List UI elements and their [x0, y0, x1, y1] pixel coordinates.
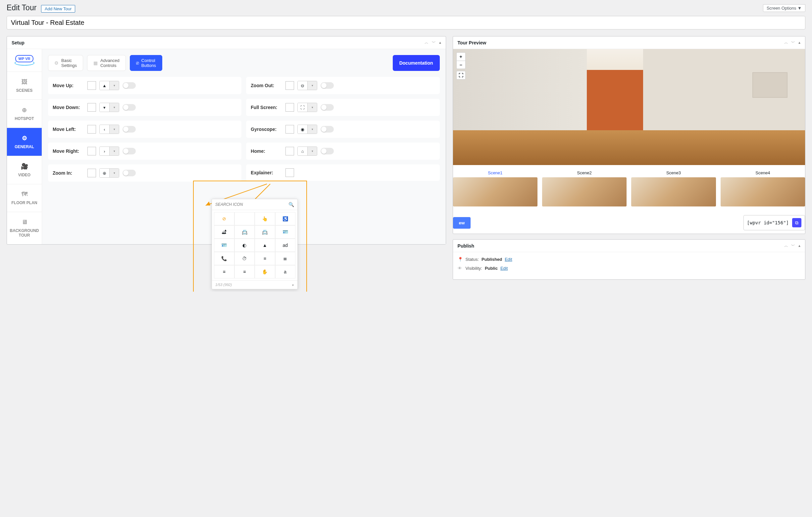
toggle-switch[interactable] — [122, 104, 136, 111]
icon-option-ban[interactable]: ⊘ — [214, 212, 234, 225]
chevron-up-icon[interactable]: ▲ — [100, 81, 110, 90]
toggle-switch[interactable] — [321, 104, 334, 111]
edit-status-link[interactable]: Edit — [505, 257, 512, 262]
scene-label[interactable]: Scene3 — [631, 170, 716, 175]
chevron-down-icon[interactable]: ▾ — [110, 125, 119, 134]
chevron-down-icon[interactable]: ▾ — [308, 103, 317, 112]
expand-icon[interactable]: ⛶ — [298, 103, 308, 112]
icon-option[interactable]: 🪪 — [275, 225, 296, 239]
scene-thumbnail[interactable] — [542, 177, 627, 207]
scene-label[interactable]: Scene4 — [721, 170, 805, 175]
chevron-down-icon[interactable]: ▾ — [110, 103, 119, 112]
color-picker[interactable] — [286, 168, 294, 177]
publish-panel-title: Publish — [458, 243, 474, 249]
color-picker[interactable] — [286, 147, 294, 156]
preview-zoom-out-button[interactable]: − — [457, 61, 465, 69]
sidebar-item-hotspot[interactable]: ⊕ HOTSPOT — [7, 100, 42, 128]
control-home: Home: ⌂▾ — [246, 142, 439, 160]
panel-collapse-icon[interactable]: ▴ — [799, 40, 801, 45]
panel-up-icon[interactable]: ︿ — [784, 243, 788, 248]
color-picker[interactable] — [87, 103, 96, 112]
edit-visibility-link[interactable]: Edit — [500, 266, 508, 271]
icon-search-input[interactable] — [215, 202, 288, 207]
color-picker[interactable] — [87, 81, 96, 90]
toggle-switch[interactable] — [122, 126, 136, 133]
scene-label[interactable]: Scene1 — [453, 170, 538, 175]
icon-option[interactable]: ▲ — [255, 239, 275, 252]
icon-option[interactable]: 📇 — [234, 225, 255, 239]
sidebar-item-floorplan[interactable]: 🗺 FLOOR PLAN — [7, 184, 42, 212]
color-picker[interactable] — [286, 103, 294, 112]
panel-down-icon[interactable]: ﹀ — [791, 243, 795, 248]
color-picker[interactable] — [286, 81, 294, 90]
tour-title-input[interactable] — [7, 16, 805, 29]
sidebar-item-scenes[interactable]: 🖼 SCENES — [7, 72, 42, 100]
preview-zoom-in-button[interactable]: + — [457, 53, 465, 61]
documentation-button[interactable]: Documentation — [393, 55, 440, 71]
panel-up-icon[interactable]: ︿ — [425, 40, 429, 45]
icon-option[interactable]: ✋ — [255, 265, 275, 278]
chevron-down-icon[interactable]: ▾ — [110, 81, 119, 90]
color-picker[interactable] — [87, 169, 96, 177]
panel-up-icon[interactable]: ︿ — [784, 40, 788, 45]
icon-option-accessible[interactable]: ♿ — [275, 212, 296, 225]
copy-icon[interactable]: ⧉ — [792, 218, 802, 227]
chevron-down-icon[interactable]: ▾ — [110, 147, 119, 156]
preview-fullscreen-button[interactable]: ⛶ — [457, 71, 465, 79]
tour-preview-viewport[interactable]: + − ⛶ — [453, 49, 805, 165]
scene-thumbnail[interactable] — [721, 177, 805, 207]
sidebar-item-general[interactable]: ⚙ GENERAL — [7, 128, 42, 156]
toggle-switch[interactable] — [122, 148, 136, 155]
chevron-left-icon[interactable]: ‹ — [100, 125, 110, 134]
wpvr-logo: WP VR — [7, 49, 42, 72]
color-picker[interactable] — [286, 125, 294, 134]
icon-option-hand[interactable]: 👆 — [255, 212, 275, 225]
panel-down-icon[interactable]: ﹀ — [791, 40, 795, 45]
toggle-switch[interactable] — [321, 126, 334, 133]
add-new-tour-button[interactable]: Add New Tour — [41, 5, 75, 12]
tab-control-buttons[interactable]: ⎚ Control Buttons — [130, 55, 162, 71]
scene-thumbnail[interactable] — [453, 177, 538, 207]
color-picker[interactable] — [87, 125, 96, 134]
scene-thumbnail[interactable] — [631, 177, 716, 207]
chevron-down-icon[interactable]: ▾ — [100, 103, 110, 112]
chevron-down-icon[interactable]: ▾ — [308, 125, 317, 134]
sidebar-item-video[interactable]: 🎥 VIDEO — [7, 156, 42, 184]
icon-option[interactable]: ≣ — [275, 252, 296, 265]
scene-label[interactable]: Scene2 — [542, 170, 627, 175]
icon-option[interactable]: ≡ — [255, 252, 275, 265]
chevron-down-icon[interactable]: ▾ — [308, 81, 317, 90]
icon-option[interactable]: 🪪 — [214, 239, 234, 252]
minus-circle-icon[interactable]: ⊖ — [298, 81, 308, 90]
icon-option[interactable]: 📇 — [255, 225, 275, 239]
panel-collapse-icon[interactable]: ▴ — [439, 40, 441, 45]
icon-option[interactable]: 🏕 — [214, 225, 234, 239]
next-page-icon[interactable]: ▸ — [292, 283, 294, 287]
icon-option[interactable]: ⏱ — [234, 252, 255, 265]
panel-down-icon[interactable]: ﹀ — [432, 40, 436, 45]
icon-option[interactable]: ad — [275, 239, 296, 252]
icon-option[interactable]: a — [275, 265, 296, 278]
icon-option[interactable]: ◐ — [234, 239, 255, 252]
toggle-switch[interactable] — [122, 170, 136, 176]
sidebar-item-bgtour[interactable]: 🖥 BACKGROUND TOUR — [7, 212, 42, 244]
color-picker[interactable] — [87, 147, 96, 156]
plus-circle-icon[interactable]: ⊕ — [100, 169, 110, 177]
icon-option[interactable]: 📞 — [214, 252, 234, 265]
search-icon: 🔍 — [288, 202, 294, 207]
toggle-switch[interactable] — [321, 148, 334, 155]
tab-advanced-controls[interactable]: ▦ Advanced Controls — [87, 55, 126, 71]
compass-icon[interactable]: ◉ — [298, 125, 308, 134]
preview-button[interactable]: ew — [453, 217, 471, 229]
toggle-switch[interactable] — [122, 82, 136, 89]
screen-options-button[interactable]: Screen Options ▼ — [763, 4, 805, 12]
tab-basic-settings[interactable]: ⚙ Basic Settings — [48, 55, 83, 71]
chevron-down-icon[interactable]: ▾ — [110, 169, 119, 177]
icon-option[interactable]: ≡ — [234, 265, 255, 278]
icon-option[interactable]: ≡ — [214, 265, 234, 278]
panel-collapse-icon[interactable]: ▴ — [799, 243, 801, 248]
chevron-down-icon[interactable]: ▾ — [308, 147, 317, 156]
home-icon[interactable]: ⌂ — [298, 147, 308, 156]
chevron-right-icon[interactable]: › — [100, 147, 110, 156]
toggle-switch[interactable] — [321, 82, 334, 89]
